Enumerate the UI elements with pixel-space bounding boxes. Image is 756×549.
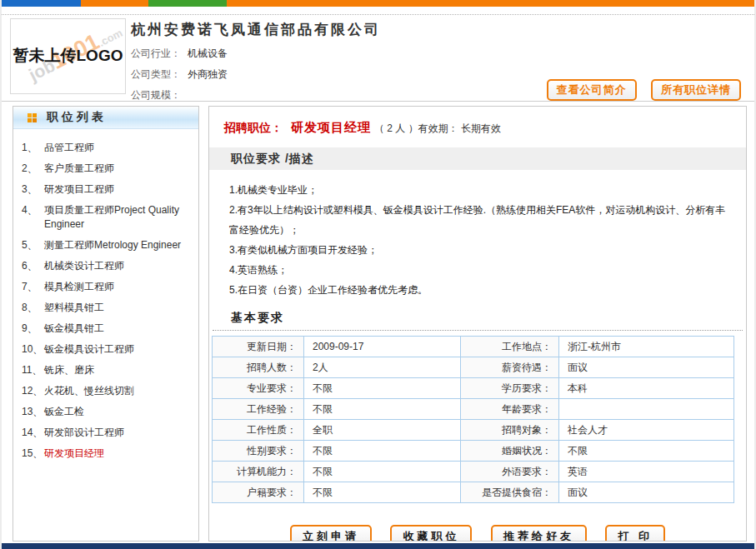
job-item-label: 机械类设计工程师 bbox=[44, 259, 193, 273]
field-label-cell: 年龄要求： bbox=[461, 399, 559, 420]
apply-button[interactable]: 立刻申请 bbox=[290, 525, 372, 542]
basic-requirements-header: 基本要求 bbox=[213, 310, 743, 331]
field-value-cell: 本科 bbox=[559, 378, 734, 399]
bottom-bar bbox=[2, 543, 754, 549]
company-field-label: 公司行业： bbox=[131, 47, 181, 59]
sidebar-job-item[interactable]: 10、钣金模具设计工程师 bbox=[13, 339, 198, 360]
sidebar-job-item[interactable]: 5、测量工程师Metrology Engineer bbox=[13, 235, 198, 256]
field-value-cell: 社会人才 bbox=[559, 420, 734, 441]
table-row: 更新日期： 2009-09-17 工作地点： 浙江-杭州市 bbox=[213, 337, 734, 357]
job-item-label: 测量工程师Metrology Engineer bbox=[44, 238, 193, 252]
topbar-segment-orange-long bbox=[227, 0, 754, 7]
field-label-cell: 性别要求： bbox=[213, 441, 304, 462]
sidebar-job-item[interactable]: 9、钣金模具钳工 bbox=[13, 318, 198, 339]
field-value-cell: 不限 bbox=[559, 441, 734, 462]
sidebar-job-item[interactable]: 2、客户质量工程师 bbox=[13, 158, 198, 179]
sidebar-job-item-active[interactable]: 15、研发项目经理 bbox=[13, 443, 198, 464]
field-value-cell: 不限 bbox=[304, 399, 461, 420]
topbar-segment-orange bbox=[81, 0, 148, 7]
field-value-cell: 2人 bbox=[304, 357, 461, 378]
sidebar-job-item[interactable]: 4、项目质量工程师Project Quality Engineer bbox=[13, 200, 198, 235]
company-field-value: 外商独资 bbox=[188, 68, 228, 80]
field-label-cell: 婚姻状况： bbox=[461, 441, 559, 462]
job-item-label: 钣金模具钳工 bbox=[44, 322, 193, 336]
job-item-number: 13、 bbox=[22, 405, 44, 419]
company-field-label: 公司类型： bbox=[131, 68, 181, 80]
job-item-number: 11、 bbox=[22, 363, 44, 377]
job-validity-value: 长期有效 bbox=[461, 122, 501, 134]
requirement-line: 3.有类似机械方面项目开发经验； bbox=[229, 240, 734, 260]
requirement-line: 5.在日资（台资）企业工作经验者优先考虑。 bbox=[229, 280, 734, 300]
sidebar-job-item[interactable]: 8、塑料模具钳工 bbox=[13, 297, 198, 318]
field-label-cell: 户籍要求： bbox=[213, 482, 304, 503]
field-value-cell: 不限 bbox=[304, 482, 461, 503]
job-title-label: 招聘职位： bbox=[224, 121, 283, 134]
view-company-profile-button[interactable]: 查看公司简介 bbox=[547, 79, 637, 101]
job-headcount: （ 2 人 ） bbox=[374, 122, 418, 134]
basic-requirements-title: 基本要求 bbox=[231, 311, 284, 324]
sidebar-job-item[interactable]: 11、铣床、磨床 bbox=[13, 360, 198, 381]
sidebar-job-item[interactable]: 1、品管工程师 bbox=[13, 137, 198, 158]
company-name: 杭州安费诺飞凤通信部品有限公司 bbox=[131, 20, 754, 39]
table-row: 工作性质： 全职 招聘对象： 社会人才 bbox=[213, 420, 734, 441]
job-item-number: 10、 bbox=[22, 342, 44, 357]
requirement-line: 1.机械类专业毕业； bbox=[229, 180, 734, 200]
job-item-label: 塑料模具钳工 bbox=[44, 301, 193, 315]
job-item-number: 6、 bbox=[22, 259, 44, 273]
print-button[interactable]: 打 印 bbox=[605, 525, 665, 542]
page: job1001.com 暂未上传LOGO 杭州安费诺飞凤通信部品有限公司 公司行… bbox=[0, 0, 756, 549]
field-label-cell: 薪资待遇： bbox=[461, 357, 559, 378]
list-bullet-icon bbox=[28, 113, 37, 122]
job-item-number: 1、 bbox=[22, 141, 44, 155]
field-value-cell: 面议 bbox=[559, 482, 734, 503]
top-accent-bar bbox=[2, 0, 754, 7]
save-job-button[interactable]: 收藏职位 bbox=[390, 525, 472, 542]
field-value-cell: 不限 bbox=[304, 462, 461, 482]
field-label-cell: 工作地点： bbox=[461, 337, 559, 357]
job-item-label: 铣床、磨床 bbox=[44, 363, 193, 377]
content-area: 职位列表 1、品管工程师 2、客户质量工程师 3、研发项目工程师 4、项目质量工… bbox=[2, 102, 754, 543]
field-label-cell: 工作性质： bbox=[213, 420, 304, 441]
field-value-cell: 英语 bbox=[559, 462, 734, 482]
job-item-number: 2、 bbox=[22, 162, 44, 176]
company-logo-box: job1001.com 暂未上传LOGO bbox=[10, 18, 126, 94]
recommend-button[interactable]: 推荐给好友 bbox=[491, 525, 587, 542]
logo-placeholder-text: 暂未上传LOGO bbox=[11, 44, 125, 66]
field-label-cell: 招聘人数： bbox=[213, 357, 304, 378]
job-item-label: 研发部设计工程师 bbox=[44, 426, 193, 440]
company-field-row: 公司行业：机械设备 bbox=[131, 43, 754, 64]
job-item-label: 项目质量工程师Project Quality Engineer bbox=[44, 203, 193, 232]
job-item-label: 火花机、慢丝线切割 bbox=[44, 384, 193, 398]
sidebar-job-item[interactable]: 12、火花机、慢丝线切割 bbox=[13, 381, 198, 402]
header-buttons: 查看公司简介 所有职位详情 bbox=[536, 79, 741, 101]
job-item-number: 4、 bbox=[22, 203, 44, 232]
sidebar-header: 职位列表 bbox=[13, 107, 198, 129]
job-item-number: 12、 bbox=[22, 384, 44, 398]
job-item-label: 研发项目工程师 bbox=[44, 182, 193, 197]
field-label-cell: 工作经验： bbox=[213, 399, 304, 420]
job-title: 研发项目经理 bbox=[291, 120, 371, 134]
job-title-row: 招聘职位：研发项目经理（ 2 人 ）有效期： 长期有效 bbox=[224, 120, 746, 136]
sidebar-job-item[interactable]: 14、研发部设计工程师 bbox=[13, 422, 198, 443]
sidebar-job-item[interactable]: 7、模具检测工程师 bbox=[13, 277, 198, 297]
sidebar-job-item[interactable]: 3、研发项目工程师 bbox=[13, 179, 198, 200]
job-item-number: 8、 bbox=[22, 301, 44, 315]
job-item-number: 15、 bbox=[22, 447, 44, 461]
requirement-line: 4.英语熟练； bbox=[229, 260, 734, 280]
field-value-cell: 不限 bbox=[304, 441, 461, 462]
field-value-cell: 2009-09-17 bbox=[304, 337, 461, 357]
sidebar-job-item[interactable]: 6、机械类设计工程师 bbox=[13, 256, 198, 277]
field-value-cell: 不限 bbox=[304, 378, 461, 399]
all-jobs-button[interactable]: 所有职位详情 bbox=[651, 79, 741, 101]
field-label-cell: 更新日期： bbox=[213, 337, 304, 357]
job-item-label: 品管工程师 bbox=[44, 141, 193, 155]
sidebar-job-item[interactable]: 13、钣金工检 bbox=[13, 402, 198, 422]
topbar-segment-green bbox=[148, 0, 227, 7]
job-item-label: 钣金模具设计工程师 bbox=[44, 342, 193, 357]
job-item-label: 钣金工检 bbox=[44, 405, 193, 419]
table-row: 计算机能力： 不限 外语要求： 英语 bbox=[213, 462, 734, 482]
job-item-number: 9、 bbox=[22, 322, 44, 336]
requirement-line: 2.有3年以上结构设计或塑料模具、钣金模具设计工作经验.（熟练使用相关FEA软件… bbox=[229, 200, 734, 240]
table-row: 专业要求： 不限 学历要求： 本科 bbox=[213, 378, 734, 399]
table-row: 工作经验： 不限 年龄要求： bbox=[213, 399, 734, 420]
